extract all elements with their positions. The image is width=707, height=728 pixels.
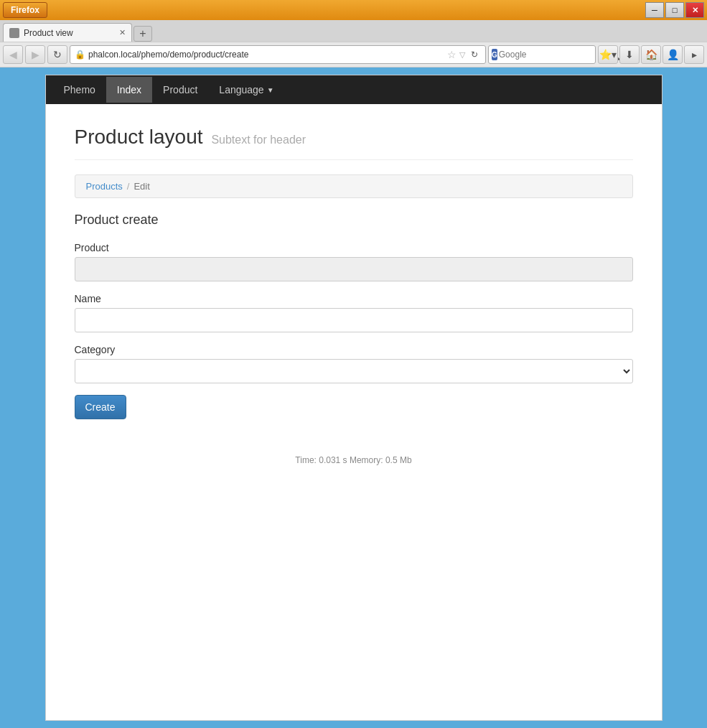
breadcrumb: Products / Edit xyxy=(75,174,633,198)
nav-brand[interactable]: Phemo xyxy=(53,77,106,103)
page-header: Product layout Subtext for header xyxy=(75,126,633,160)
tab-title: Product view xyxy=(24,28,73,38)
name-field-group: Name xyxy=(75,293,633,332)
title-bar: Firefox ─ □ ✕ xyxy=(0,0,707,20)
page-title: Product layout xyxy=(75,126,203,148)
bookmark-star-icon[interactable]: ☆ xyxy=(447,49,456,60)
search-engine-icon[interactable]: G xyxy=(492,49,497,60)
search-input[interactable] xyxy=(499,50,607,60)
breadcrumb-products-link[interactable]: Products xyxy=(86,181,123,192)
category-label: Category xyxy=(75,344,633,355)
bookmarks-button[interactable]: ⭐▾ xyxy=(598,45,618,64)
address-bar-container: 🔒 ☆ ▽ ↻ xyxy=(70,45,486,64)
firefox-menu-button[interactable]: Firefox xyxy=(3,2,47,18)
search-container: G 🔍 xyxy=(488,45,596,64)
category-select[interactable] xyxy=(75,359,633,383)
tab-close-icon[interactable]: ✕ xyxy=(119,28,126,37)
tab-bar: Product view ✕ + xyxy=(0,20,707,42)
nav-bar: ◀ ▶ ↻ 🔒 ☆ ▽ ↻ G 🔍 ⭐▾ ⬇ 🏠 👤 ▸ xyxy=(0,42,707,67)
name-input[interactable] xyxy=(75,308,633,332)
address-input[interactable] xyxy=(88,50,444,60)
maximize-button[interactable]: □ xyxy=(665,2,684,18)
nav-item-index[interactable]: Index xyxy=(106,77,152,103)
page-footer: Time: 0.031 s Memory: 0.5 Mb xyxy=(75,448,633,465)
toolbar-icons: ⭐▾ ⬇ 🏠 👤 ▸ xyxy=(598,45,704,64)
minimize-button[interactable]: ─ xyxy=(645,2,664,18)
form-title: Product create xyxy=(75,213,633,228)
name-label: Name xyxy=(75,293,633,304)
language-caret-icon: ▼ xyxy=(267,86,274,94)
create-button[interactable]: Create xyxy=(75,395,126,419)
page-subtext: Subtext for header xyxy=(211,134,306,146)
browser-window: Firefox ─ □ ✕ Product view ✕ + ◀ ▶ ↻ 🔒 ☆… xyxy=(0,0,707,728)
address-icon: 🔒 xyxy=(75,50,85,60)
address-arrow-icon: ▽ xyxy=(459,50,465,60)
app-nav: Phemo Index Product Language ▼ xyxy=(46,75,662,104)
download-button[interactable]: ⬇ xyxy=(619,45,640,64)
avatar-button[interactable]: 👤 xyxy=(662,45,683,64)
reload-button[interactable]: ↻ xyxy=(47,45,67,64)
home-button[interactable]: 🏠 xyxy=(641,45,661,64)
breadcrumb-separator: / xyxy=(127,181,130,192)
nav-item-product[interactable]: Product xyxy=(152,77,208,103)
close-button[interactable]: ✕ xyxy=(685,2,704,18)
content-area: Product layout Subtext for header Produc… xyxy=(46,104,662,487)
product-input[interactable] xyxy=(75,257,633,281)
product-field-group: Product xyxy=(75,242,633,281)
new-tab-button[interactable]: + xyxy=(134,26,152,42)
breadcrumb-current: Edit xyxy=(134,181,149,192)
nav-language-label: Language xyxy=(219,84,263,95)
nav-item-language[interactable]: Language ▼ xyxy=(208,77,284,103)
page-frame: Phemo Index Product Language ▼ Product l… xyxy=(45,75,662,721)
page-area: Phemo Index Product Language ▼ Product l… xyxy=(0,67,707,728)
category-field-group: Category xyxy=(75,344,633,383)
back-button[interactable]: ◀ xyxy=(3,45,23,64)
refresh-small-button[interactable]: ↻ xyxy=(468,48,481,61)
window-controls: ─ □ ✕ xyxy=(645,2,704,18)
active-tab[interactable]: Product view ✕ xyxy=(3,23,132,42)
menu-button[interactable]: ▸ xyxy=(684,45,704,64)
tab-favicon xyxy=(9,28,19,38)
forward-button[interactable]: ▶ xyxy=(25,45,45,64)
product-label: Product xyxy=(75,242,633,253)
footer-text: Time: 0.031 s Memory: 0.5 Mb xyxy=(295,455,411,465)
